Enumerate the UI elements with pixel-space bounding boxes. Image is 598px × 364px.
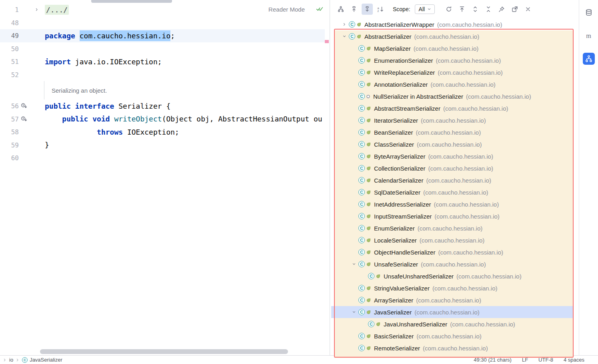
hierarchy-node[interactable]: CBeanSerializer(com.caucho.hessian.io) (334, 126, 573, 138)
implemented-marker-icon[interactable] (21, 116, 27, 122)
class-name: UnsafeSerializer (374, 261, 418, 268)
hierarchy-node[interactable]: CInetAddressSerializer(com.caucho.hessia… (334, 198, 573, 210)
hierarchy-node[interactable]: CLocaleSerializer(com.caucho.hessian.io) (334, 234, 573, 246)
hierarchy-node[interactable]: CRemoteSerializer(com.caucho.hessian.io) (334, 342, 573, 354)
hierarchy-node[interactable]: CArraySerializer(com.caucho.hessian.io) (334, 294, 573, 306)
class-icon: C (358, 153, 365, 159)
hierarchy-node[interactable]: CByteArraySerializer(com.caucho.hessian.… (334, 150, 573, 162)
code-line-text[interactable]: package com.caucho.hessian.io; (45, 32, 175, 40)
code-line-text[interactable]: public void writeObject(Object obj, Abst… (45, 115, 322, 123)
breadcrumb-chevron-icon[interactable] (2, 358, 7, 362)
code-line-text[interactable]: public interface Serializer { (45, 102, 170, 110)
line-number[interactable]: 50 (0, 45, 19, 52)
hierarchy-node[interactable]: CNullSerializer in AbstractSerializer(co… (334, 90, 573, 102)
green-marker-icon (366, 334, 371, 339)
expand-all-icon[interactable] (470, 4, 481, 15)
class-icon: C (358, 189, 365, 195)
expand-toggle[interactable] (350, 310, 358, 314)
class-icon: C (358, 129, 365, 135)
code-area: 1/.../4849package com.caucho.hessian.io;… (0, 3, 325, 165)
hierarchy-icon[interactable] (583, 53, 595, 65)
editor-top-scrollbar[interactable] (91, 0, 172, 3)
export-icon[interactable] (456, 4, 468, 15)
scope-select[interactable]: All (415, 4, 435, 14)
hierarchy-node[interactable]: CAbstractStreamSerializer(com.caucho.hes… (334, 102, 573, 114)
class-icon: C (358, 141, 365, 147)
expand-toggle[interactable] (340, 22, 349, 27)
line-number[interactable]: 52 (0, 71, 19, 78)
code-line-text[interactable]: import java.io.IOException; (45, 58, 162, 66)
breadcrumb-chevron-icon (15, 358, 20, 362)
gutter: 57 (0, 113, 44, 126)
open-in-new-window-icon[interactable] (509, 4, 520, 15)
expand-toggle[interactable] (340, 34, 349, 39)
hierarchy-node[interactable]: CMapSerializer(com.caucho.hessian.io) (334, 42, 573, 54)
code-line: 51import java.io.IOException; (0, 55, 325, 68)
line-number[interactable]: 58 (0, 128, 19, 136)
fold-indicator-icon[interactable] (34, 7, 39, 12)
hierarchy-node[interactable]: CAbstractSerializerWrapper(com.caucho.he… (331, 18, 579, 30)
close-icon[interactable] (522, 4, 534, 15)
hierarchy-node[interactable]: CInputStreamSerializer(com.caucho.hessia… (334, 210, 573, 222)
horizontal-scrollbar[interactable] (40, 349, 288, 354)
hierarchy-node-selected[interactable]: CJavaSerializer(com.caucho.hessian.io) (331, 306, 573, 318)
code-line-text[interactable]: throws IOException; (45, 128, 179, 136)
maven-icon[interactable]: m (583, 30, 595, 42)
class-icon: C (358, 165, 365, 171)
hierarchy-node[interactable]: CEnumSerializer(com.caucho.hessian.io) (334, 222, 573, 234)
green-marker-icon (376, 322, 381, 327)
line-number[interactable]: 48 (0, 19, 19, 26)
line-number[interactable]: 60 (0, 154, 19, 162)
line-number[interactable]: 57 (0, 115, 19, 123)
line-number[interactable]: 1 (0, 6, 19, 14)
hierarchy-node[interactable]: CStringValueSerializer(com.caucho.hessia… (334, 282, 573, 294)
code-line-text[interactable]: } (45, 141, 49, 149)
refresh-icon[interactable] (443, 4, 454, 15)
class-icon: C (358, 213, 365, 219)
code-line: 56public interface Serializer { (0, 99, 325, 113)
expand-toggle[interactable] (350, 262, 358, 267)
hierarchy-node[interactable]: CCollectionSerializer(com.caucho.hessian… (334, 162, 573, 174)
class-name: AbstractStreamSerializer (374, 105, 440, 112)
hierarchy-node[interactable]: CSqlDateSerializer(com.caucho.hessian.io… (334, 186, 573, 198)
green-marker-icon (356, 34, 362, 39)
hierarchy-node[interactable]: CEnumerationSerializer(com.caucho.hessia… (334, 54, 573, 66)
database-icon[interactable] (583, 6, 595, 18)
selected-text: com.caucho.hessian.io (80, 30, 171, 41)
line-number[interactable]: 59 (0, 141, 19, 149)
line-number[interactable]: 56 (0, 102, 19, 110)
svg-text:m: m (586, 32, 591, 40)
hierarchy-node[interactable]: CAbstractSerializer(com.caucho.hessian.i… (334, 30, 573, 42)
hierarchy-node[interactable]: CWriteReplaceSerializer(com.caucho.hessi… (334, 66, 573, 78)
code-token: throws (97, 128, 127, 136)
class-name: InputStreamSerializer (374, 213, 432, 220)
code-line-text[interactable]: /.../ (45, 6, 69, 14)
class-icon: C (349, 33, 355, 40)
hierarchy-node[interactable]: CJavaUnsharedSerializer(com.caucho.hessi… (334, 318, 573, 330)
code-token (45, 115, 62, 123)
class-name: BeanSerializer (374, 129, 413, 136)
hierarchy-node[interactable]: CBasicSerializer(com.caucho.hessian.io) (334, 330, 573, 342)
hierarchy-node[interactable]: CObjectHandleSerializer(com.caucho.hessi… (334, 246, 573, 258)
class-hierarchy-icon[interactable] (335, 4, 346, 15)
hierarchy-node[interactable]: CAnnotationSerializer(com.caucho.hessian… (334, 78, 573, 90)
subtypes-hierarchy-icon[interactable] (362, 4, 373, 15)
package-name: (com.caucho.hessian.io) (414, 309, 480, 316)
hierarchy-node[interactable]: CUnsafeUnsharedSerializer(com.caucho.hes… (334, 270, 573, 282)
line-number[interactable]: 51 (0, 58, 19, 66)
implemented-marker-icon[interactable] (21, 103, 27, 109)
class-name: AbstractSerializer (364, 33, 412, 40)
pin-icon[interactable] (496, 4, 507, 15)
breadcrumb-class[interactable]: JavaSerializer (30, 357, 62, 363)
breadcrumb-package[interactable]: io (9, 357, 13, 363)
hierarchy-node[interactable]: CIteratorSerializer(com.caucho.hessian.i… (334, 114, 573, 126)
hierarchy-node[interactable]: CUnsafeSerializer(com.caucho.hessian.io) (334, 258, 573, 270)
line-number[interactable]: 49 (0, 32, 19, 40)
hierarchy-node[interactable]: CClassSerializer(com.caucho.hessian.io) (334, 138, 573, 150)
sort-alphabetically-icon[interactable]: az (375, 4, 386, 15)
hierarchy-node[interactable]: CCalendarSerializer(com.caucho.hessian.i… (334, 174, 573, 186)
collapse-all-icon[interactable] (483, 4, 494, 15)
green-marker-icon (366, 286, 371, 291)
supertypes-hierarchy-icon[interactable] (348, 4, 360, 15)
gutter: 1 (0, 3, 44, 16)
